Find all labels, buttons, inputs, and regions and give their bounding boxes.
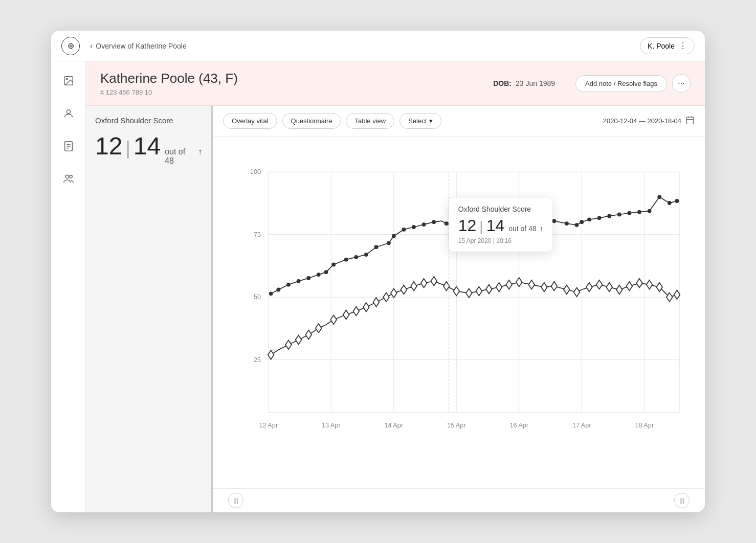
- chart-scroll-bar: ||| |||: [213, 488, 705, 512]
- svg-point-43: [324, 270, 328, 274]
- svg-point-61: [507, 228, 511, 232]
- svg-point-69: [587, 217, 591, 221]
- select-label: Select: [408, 117, 427, 125]
- more-actions-button[interactable]: ···: [672, 74, 691, 93]
- svg-marker-102: [516, 278, 522, 287]
- user-name-label: K. Poole: [648, 42, 675, 50]
- svg-marker-110: [606, 283, 612, 292]
- svg-marker-108: [586, 283, 592, 292]
- main-layout: Katherine Poole (43, F) # 123 456 789 10…: [51, 61, 705, 512]
- svg-marker-84: [330, 315, 337, 324]
- svg-marker-90: [391, 289, 397, 298]
- svg-marker-109: [596, 280, 603, 289]
- svg-marker-113: [636, 279, 642, 288]
- sidebar-item-group[interactable]: [59, 170, 78, 188]
- sidebar-item-documents[interactable]: [59, 137, 78, 155]
- score-separator: |: [125, 138, 130, 159]
- svg-text:50: 50: [254, 293, 261, 301]
- sidebar-item-images[interactable]: [59, 72, 78, 90]
- svg-point-51: [402, 228, 406, 232]
- svg-point-59: [487, 231, 491, 235]
- sidebar-item-person[interactable]: [59, 104, 78, 123]
- svg-marker-86: [353, 307, 359, 316]
- svg-marker-105: [551, 282, 558, 291]
- sidebar: [51, 61, 86, 512]
- svg-marker-94: [431, 277, 437, 286]
- svg-text:75: 75: [254, 231, 261, 238]
- svg-point-2: [66, 110, 70, 114]
- chart-svg: 100 75 50 25 12 Apr 13 Apr 14 Apr 15 Apr…: [238, 147, 690, 458]
- svg-marker-104: [541, 283, 547, 292]
- back-nav-label: Overview of Katherine Poole: [96, 42, 186, 50]
- back-arrow-icon: ‹: [90, 41, 93, 51]
- svg-point-77: [668, 201, 672, 205]
- chart-area: Overlay vital Questionnaire Table view S…: [213, 106, 705, 512]
- svg-point-54: [432, 220, 436, 224]
- svg-marker-103: [528, 280, 535, 289]
- svg-point-40: [297, 279, 301, 283]
- svg-point-47: [364, 253, 368, 257]
- patient-id: # 123 456 789 10: [100, 88, 473, 96]
- svg-text:100: 100: [250, 168, 261, 175]
- overlay-vital-button[interactable]: Overlay vital: [223, 113, 277, 129]
- dob-label: DOB:: [493, 79, 512, 87]
- svg-marker-92: [411, 282, 417, 291]
- svg-marker-87: [363, 303, 369, 312]
- svg-point-66: [565, 221, 569, 225]
- svg-point-39: [286, 283, 291, 287]
- score-chart-wrapper: Oxford Shoulder Score 12 | 14 out of 48 …: [86, 106, 705, 512]
- svg-point-73: [627, 211, 631, 215]
- svg-point-62: [517, 225, 521, 229]
- svg-marker-116: [666, 292, 673, 302]
- chart-container: 100 75 50 25 12 Apr 13 Apr 14 Apr 15 Apr…: [213, 137, 705, 488]
- svg-point-65: [552, 219, 556, 223]
- svg-marker-100: [496, 283, 502, 292]
- scroll-handle-right[interactable]: |||: [674, 493, 690, 508]
- back-nav[interactable]: ‹ Overview of Katherine Poole: [90, 41, 640, 51]
- svg-point-48: [374, 245, 379, 249]
- svg-point-74: [637, 210, 641, 214]
- svg-text:18 Apr: 18 Apr: [635, 421, 654, 429]
- questionnaire-button[interactable]: Questionnaire: [282, 113, 341, 129]
- score-panel: Oxford Shoulder Score 12 | 14 out of 48 …: [86, 106, 213, 512]
- score-out-of: out of 48: [165, 147, 195, 166]
- app-logo: ⊕: [61, 37, 80, 55]
- svg-point-64: [542, 220, 546, 224]
- score-left: 12: [95, 132, 122, 160]
- svg-point-60: [497, 229, 501, 233]
- date-range: 2020-12-04 — 2020-18-04: [603, 116, 695, 127]
- scroll-handle-left[interactable]: |||: [228, 493, 243, 508]
- calendar-icon[interactable]: [685, 116, 695, 127]
- svg-point-78: [675, 199, 679, 203]
- svg-point-53: [422, 222, 426, 227]
- svg-marker-101: [506, 280, 512, 289]
- top-nav: ⊕ ‹ Overview of Katherine Poole K. Poole…: [51, 31, 705, 61]
- select-chevron-icon: ▾: [429, 117, 433, 125]
- svg-point-70: [597, 216, 602, 220]
- table-view-button[interactable]: Table view: [346, 113, 394, 129]
- content-area: Katherine Poole (43, F) # 123 456 789 10…: [86, 61, 705, 512]
- svg-point-7: [65, 175, 69, 178]
- svg-text:13 Apr: 13 Apr: [322, 421, 341, 429]
- svg-marker-83: [316, 324, 322, 333]
- svg-point-63: [529, 221, 533, 225]
- chart-toolbar: Overlay vital Questionnaire Table view S…: [213, 106, 705, 137]
- svg-point-58: [477, 229, 481, 233]
- svg-point-68: [580, 220, 584, 224]
- user-dots-icon: ⋮: [679, 41, 687, 51]
- user-menu[interactable]: K. Poole ⋮: [640, 37, 695, 54]
- svg-point-8: [69, 175, 72, 178]
- svg-marker-85: [343, 310, 349, 320]
- add-note-button[interactable]: Add note / Resolve flags: [575, 75, 667, 92]
- svg-point-72: [617, 213, 621, 217]
- dob-value: 23 Jun 1989: [516, 79, 555, 87]
- select-button[interactable]: Select ▾: [399, 113, 441, 129]
- svg-point-37: [269, 291, 273, 296]
- svg-point-1: [66, 78, 68, 80]
- svg-rect-9: [686, 117, 694, 124]
- svg-point-49: [387, 241, 391, 245]
- svg-marker-96: [453, 287, 459, 296]
- score-panel-title: Oxford Shoulder Score: [95, 116, 202, 125]
- app-window: ⊕ ‹ Overview of Katherine Poole K. Poole…: [51, 31, 705, 512]
- patient-dob: DOB: 23 Jun 1989: [493, 79, 555, 87]
